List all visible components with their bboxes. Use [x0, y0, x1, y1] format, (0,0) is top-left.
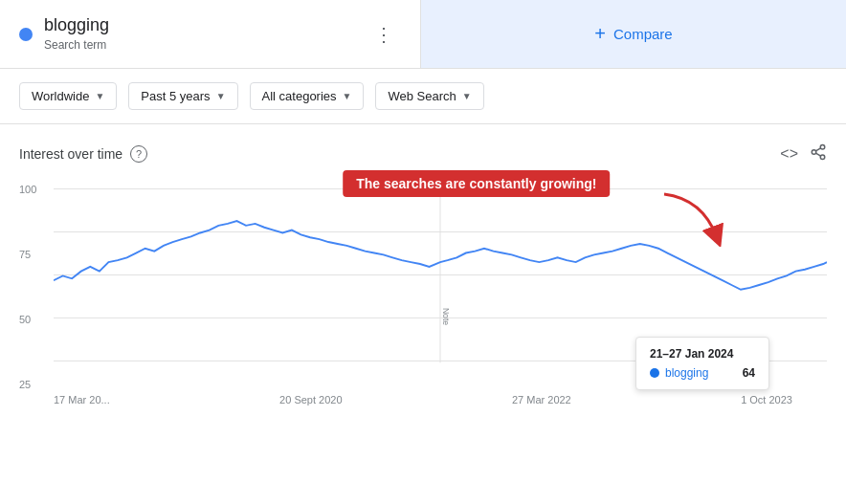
chart-actions: <> [780, 143, 827, 164]
chart-tooltip: 21–27 Jan 2024 blogging 64 [635, 337, 769, 390]
filters-bar: Worldwide ▼ Past 5 years ▼ All categorie… [0, 69, 846, 124]
chart-section: Interest over time ? <> The searches are… [0, 124, 846, 457]
y-label-75: 75 [19, 249, 36, 260]
svg-point-1 [812, 150, 816, 155]
chart-title-group: Interest over time ? [19, 145, 147, 163]
chart-header: Interest over time ? <> [19, 143, 827, 164]
tooltip-term: blogging [650, 366, 708, 380]
x-label-3: 27 Mar 2022 [512, 394, 571, 405]
tooltip-dot [650, 368, 659, 378]
y-label-25: 25 [19, 379, 36, 390]
annotation-badge: The searches are constantly growing! [343, 170, 610, 197]
svg-line-4 [815, 148, 820, 151]
compare-plus-icon: + [594, 23, 606, 45]
x-label-2: 20 Sept 2020 [279, 394, 342, 405]
time-chevron-icon: ▼ [216, 91, 226, 101]
y-label-100: 100 [19, 184, 36, 195]
region-filter-label: Worldwide [32, 89, 89, 103]
region-chevron-icon: ▼ [95, 91, 104, 101]
blue-dot-indicator [19, 28, 33, 41]
svg-point-0 [820, 145, 825, 150]
x-label-4: 1 Oct 2023 [741, 394, 792, 405]
category-chevron-icon: ▼ [343, 91, 352, 101]
svg-line-3 [815, 153, 820, 156]
tooltip-row: blogging 64 [650, 366, 755, 380]
compare-label: Compare [613, 26, 673, 42]
search-term-card: blogging Search term ⋮ [0, 0, 421, 68]
search-term-text: blogging Search term [44, 15, 109, 53]
type-filter[interactable]: Web Search ▼ [375, 82, 483, 110]
search-term-left: blogging Search term [19, 15, 109, 53]
annotation-arrow [655, 189, 731, 251]
type-chevron-icon: ▼ [462, 91, 472, 101]
search-term-label: Search term [44, 38, 106, 52]
help-icon[interactable]: ? [130, 145, 147, 163]
tooltip-date: 21–27 Jan 2024 [650, 347, 755, 361]
compare-section[interactable]: + Compare [421, 0, 846, 68]
search-term-name: blogging [44, 15, 109, 35]
svg-text:Note: Note [441, 308, 451, 325]
time-filter-label: Past 5 years [141, 89, 210, 103]
chart-title: Interest over time [19, 146, 122, 162]
type-filter-label: Web Search [388, 89, 456, 103]
top-section: blogging Search term ⋮ + Compare [0, 0, 846, 69]
embed-icon[interactable]: <> [780, 145, 798, 163]
svg-point-2 [820, 155, 825, 160]
tooltip-term-label: blogging [665, 366, 708, 380]
x-axis-labels: 17 Mar 20... 20 Sept 2020 27 Mar 2022 1 … [19, 390, 827, 405]
more-options-button[interactable]: ⋮ [367, 19, 401, 50]
region-filter[interactable]: Worldwide ▼ [19, 82, 117, 110]
time-filter[interactable]: Past 5 years ▼ [128, 82, 237, 110]
y-label-50: 50 [19, 314, 36, 325]
category-filter-label: All categories [262, 89, 337, 103]
tooltip-value: 64 [743, 366, 755, 380]
x-label-1: 17 Mar 20... [54, 394, 110, 405]
category-filter[interactable]: All categories ▼ [250, 82, 365, 110]
share-icon[interactable] [810, 143, 827, 164]
y-axis-labels: 100 75 50 25 [19, 180, 36, 390]
